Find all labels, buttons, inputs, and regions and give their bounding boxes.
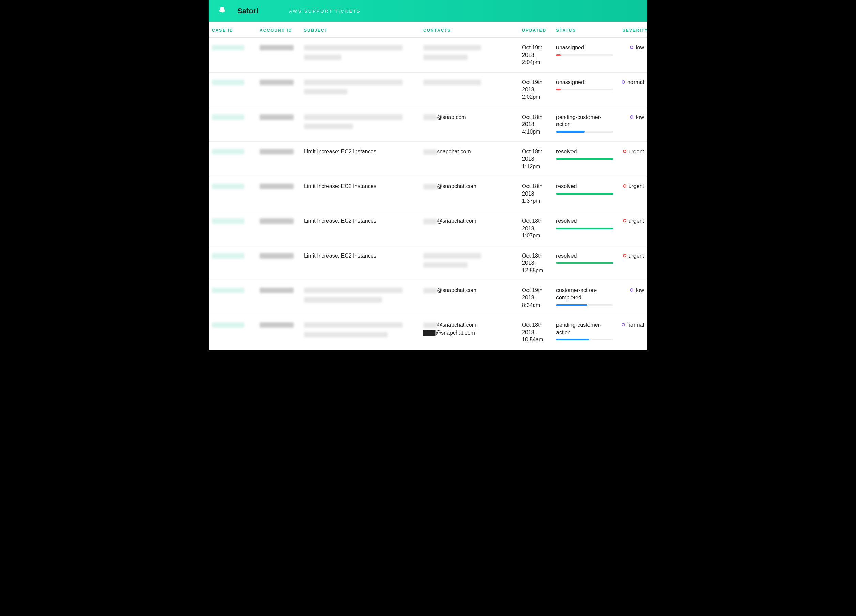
app-root: Satori AWS SUPPORT TICKETS CASE ID ACCOU… (209, 0, 647, 350)
contact-text: @snapchat.com (437, 287, 476, 293)
col-account-id[interactable]: ACCOUNT ID (260, 28, 304, 33)
redacted-case-id (212, 149, 244, 154)
status-label: resolved (556, 148, 613, 156)
subject-cell (304, 321, 423, 340)
col-severity[interactable]: SEVERITY (617, 28, 648, 33)
status-progress (556, 193, 613, 194)
redacted-case-id (212, 80, 244, 85)
case-id-cell[interactable] (212, 79, 260, 88)
updated-cell: Oct 19th 2018, 8:34am (522, 286, 556, 309)
redacted-text (423, 45, 481, 51)
severity-cell: normal (617, 321, 648, 329)
severity-cell: urgent (617, 148, 648, 156)
account-id-cell (260, 183, 304, 192)
severity-dot-icon (623, 149, 626, 153)
progress-fill (556, 304, 588, 306)
ghost-logo-icon (217, 5, 228, 16)
severity-label: normal (627, 79, 644, 86)
contacts-cell (423, 79, 522, 88)
status-label: customer-action-completed (556, 286, 613, 301)
table-row[interactable]: Oct 19th 2018, 2:04pmunassignedlow (209, 38, 647, 72)
status-label: resolved (556, 252, 613, 260)
col-subject[interactable]: SUBJECT (304, 28, 423, 33)
redacted-text (423, 114, 437, 120)
table-row[interactable]: Limit Increase: EC2 Instances@snapchat.c… (209, 211, 647, 246)
subject-cell: Limit Increase: EC2 Instances (304, 252, 423, 260)
status-progress (556, 158, 613, 160)
severity-label: urgent (629, 148, 644, 156)
status-progress (556, 262, 613, 264)
table-row[interactable]: @snapchat.com, ▇▇▇@snapchat.comOct 18th … (209, 315, 647, 350)
subject-cell (304, 114, 423, 132)
redacted-account-id (260, 253, 294, 259)
severity-label: low (636, 44, 644, 51)
updated-cell: Oct 18th 2018, 10:54am (522, 321, 556, 343)
severity-label: urgent (629, 252, 644, 260)
severity-cell: urgent (617, 183, 648, 190)
col-case-id[interactable]: CASE ID (212, 28, 260, 33)
subject-text: Limit Increase: EC2 Instances (304, 253, 377, 259)
case-id-cell[interactable] (212, 286, 260, 296)
redacted-case-id (212, 184, 244, 189)
case-id-cell[interactable] (212, 114, 260, 123)
severity-dot-icon (630, 46, 633, 49)
severity-label: low (636, 114, 644, 121)
status-label: pending-customer-action (556, 321, 613, 336)
table-row[interactable]: Limit Increase: EC2 InstancesOct 18th 20… (209, 246, 647, 281)
severity-dot-icon (622, 323, 625, 326)
progress-fill (556, 158, 613, 160)
table-row[interactable]: Limit Increase: EC2 Instances@snapchat.c… (209, 177, 647, 211)
case-id-cell[interactable] (212, 252, 260, 262)
redacted-account-id (260, 219, 294, 224)
subject-text: Limit Increase: EC2 Instances (304, 183, 377, 189)
contacts-cell: snapchat.com (423, 148, 522, 156)
updated-cell: Oct 19th 2018, 2:04pm (522, 44, 556, 66)
severity-cell: low (617, 114, 648, 121)
contact-text: @snap.com (437, 114, 466, 120)
status-cell: pending-customer-action (556, 114, 617, 132)
status-label: resolved (556, 183, 613, 190)
table-row[interactable]: @snap.comOct 18th 2018, 4:10pmpending-cu… (209, 107, 647, 142)
status-cell: resolved (556, 148, 617, 160)
progress-fill (556, 89, 560, 90)
progress-fill (556, 262, 613, 264)
redacted-case-id (212, 219, 244, 224)
col-updated[interactable]: UPDATED (522, 28, 556, 33)
redacted-text (423, 253, 481, 259)
updated-cell: Oct 18th 2018, 1:37pm (522, 183, 556, 205)
status-cell: pending-customer-action (556, 321, 617, 340)
col-status[interactable]: STATUS (556, 28, 617, 33)
contacts-cell: @snapchat.com (423, 217, 522, 225)
severity-label: urgent (629, 217, 644, 225)
severity-cell: low (617, 44, 648, 51)
progress-fill (556, 339, 589, 340)
status-progress (556, 304, 613, 306)
redacted-text (304, 89, 347, 94)
redacted-account-id (260, 322, 294, 328)
status-label: pending-customer-action (556, 114, 613, 128)
contacts-cell: @snapchat.com (423, 183, 522, 191)
severity-dot-icon (623, 184, 626, 188)
tickets-table: CASE ID ACCOUNT ID SUBJECT CONTACTS UPDA… (209, 28, 647, 350)
account-id-cell (260, 286, 304, 296)
subject-cell (304, 79, 423, 97)
redacted-case-id (212, 114, 244, 120)
col-contacts[interactable]: CONTACTS (423, 28, 522, 33)
table-row[interactable]: @snapchat.comOct 19th 2018, 8:34amcustom… (209, 280, 647, 315)
redacted-text (423, 288, 437, 293)
case-id-cell[interactable] (212, 217, 260, 227)
updated-cell: Oct 18th 2018, 12:55pm (522, 252, 556, 274)
case-id-cell[interactable] (212, 148, 260, 157)
brand-name[interactable]: Satori (237, 6, 258, 15)
main-content: CASE ID ACCOUNT ID SUBJECT CONTACTS UPDA… (209, 22, 647, 350)
contacts-cell (423, 252, 522, 271)
case-id-cell[interactable] (212, 183, 260, 192)
table-row[interactable]: Oct 19th 2018, 2:02pmunassignednormal (209, 72, 647, 107)
table-row[interactable]: Limit Increase: EC2 Instancessnapchat.co… (209, 142, 647, 177)
case-id-cell[interactable] (212, 321, 260, 331)
progress-fill (556, 193, 613, 194)
redacted-text (423, 54, 468, 60)
redacted-text (304, 80, 403, 85)
case-id-cell[interactable] (212, 44, 260, 54)
severity-cell: urgent (617, 217, 648, 225)
